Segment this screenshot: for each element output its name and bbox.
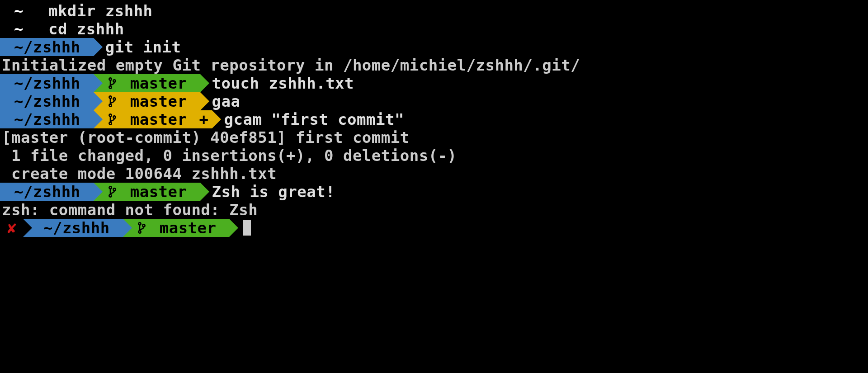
prompt-line: ~/zshhh master touch zshhh.txt [0,74,868,92]
segment-text: master [121,92,197,110]
svg-point-6 [109,114,111,116]
svg-point-12 [138,222,141,225]
path-segment: ~/zshhh [23,219,123,237]
path-segment: ~/zshhh [0,92,94,110]
path-segment: ~/zshhh [0,183,94,201]
git-branch-icon [108,77,116,90]
svg-point-0 [109,78,111,80]
git-branch-icon [108,113,116,126]
svg-point-9 [109,186,111,189]
segment-text: ~/zshhh [34,219,119,237]
prompt-line: ~ mkdir zshhh [0,2,868,20]
segment-text: ~/zshhh [5,183,90,201]
svg-point-1 [109,86,111,88]
terminal-output-line: create mode 100644 zshhh.txt [0,165,868,183]
git-branch-segment: master + [94,110,212,128]
command-input[interactable]: Zsh is great! [200,183,335,201]
git-branch-segment: master [94,74,200,92]
prompt-line: ~ cd zshhh [0,20,868,38]
terminal-output-line: Initialized empty Git repository in /hom… [0,56,868,74]
svg-point-8 [113,116,115,118]
segment-text: ~ [5,20,33,38]
svg-point-5 [113,98,115,100]
svg-point-13 [138,231,141,233]
svg-point-4 [109,104,111,106]
segment-text: ~/zshhh [5,110,90,128]
command-input[interactable]: gcam "first commit" [212,110,404,128]
git-branch-segment: master [123,219,230,237]
command-input[interactable]: git init [94,38,181,56]
cursor [243,220,251,236]
prompt-line: ~/zshhh master gaa [0,92,868,110]
segment-text: master [150,219,226,237]
segment-text: master [121,183,197,201]
path-segment: ~ [0,2,37,20]
git-branch-segment: master [94,92,200,110]
segment-text: master [121,110,197,128]
command-input[interactable]: mkdir zshhh [37,2,153,20]
git-branch-icon [137,222,146,234]
svg-point-11 [113,188,115,190]
terminal-output-line: zsh: command not found: Zsh [0,201,868,219]
git-branch-icon [108,95,116,108]
svg-point-3 [109,96,111,98]
prompt-line: ✘ ~/zshhh master [0,219,868,237]
command-input[interactable]: touch zshhh.txt [200,74,354,92]
segment-text: ~/zshhh [5,92,90,110]
svg-point-14 [142,224,145,227]
path-segment: ~/zshhh [0,74,94,92]
terminal[interactable]: ~ mkdir zshhh ~ cd zshhh ~/zshhh git ini… [0,0,868,237]
prompt-line: ~/zshhh git init [0,38,868,56]
git-branch-icon [108,185,116,198]
prompt-line: ~/zshhh master +gcam "first commit" [0,110,868,128]
git-staged-plus-icon: + [197,110,209,128]
terminal-output-line: 1 file changed, 0 insertions(+), 0 delet… [0,146,868,165]
path-segment: ~/zshhh [0,110,94,128]
segment-text: ~/zshhh [5,38,90,56]
svg-point-2 [113,80,115,82]
segment-text: ~/zshhh [5,74,90,92]
command-input[interactable]: cd zshhh [37,20,124,38]
prompt-line: ~/zshhh master Zsh is great! [0,183,868,201]
path-segment: ~/zshhh [0,38,94,56]
svg-point-10 [109,194,111,197]
error-x-icon: ✘ [5,219,19,237]
error-status-segment: ✘ [0,219,23,237]
terminal-output-line: [master (root-commit) 40ef851] first com… [0,128,868,146]
segment-text: master [121,74,197,92]
git-branch-segment: master [94,183,200,201]
segment-text: ~ [5,2,33,20]
path-segment: ~ [0,20,37,38]
svg-point-7 [109,122,111,124]
